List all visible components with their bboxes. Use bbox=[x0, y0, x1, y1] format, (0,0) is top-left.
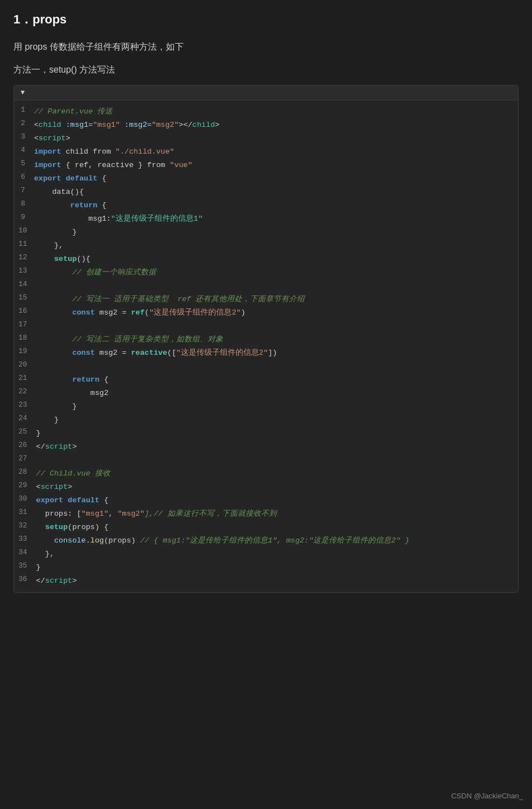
table-row: 7 data(){ bbox=[14, 185, 518, 199]
table-row: 33 console.log(props) // { msg1:"这是传给子组件… bbox=[14, 534, 518, 548]
line-content: // Parent.vue 传送 bbox=[34, 106, 113, 118]
table-row: 19 const msg2 = reactive(["这是传级子组件的信息2"]… bbox=[14, 346, 518, 360]
code-block-body: 1// Parent.vue 传送2<child :msg1="msg1" :m… bbox=[14, 101, 518, 592]
line-number: 29 bbox=[14, 481, 36, 489]
line-number: 34 bbox=[14, 548, 36, 556]
table-row: 3<script> bbox=[14, 132, 518, 145]
table-row: 28// Child.vue 接收 bbox=[14, 467, 518, 480]
line-content: import { ref, reactive } from "vue" bbox=[34, 159, 193, 172]
line-number: 18 bbox=[14, 334, 36, 342]
line-number: 10 bbox=[14, 226, 36, 235]
method-title: 方法一，setup() 方法写法 bbox=[13, 64, 519, 76]
collapse-arrow-icon: ▼ bbox=[21, 89, 25, 97]
line-number: 21 bbox=[14, 374, 36, 382]
line-content: import child from "./child.vue" bbox=[34, 146, 174, 158]
table-row: 13 // 创建一个响应式数据 bbox=[14, 266, 518, 279]
line-number: 19 bbox=[14, 347, 36, 355]
line-content: <script> bbox=[36, 481, 73, 493]
line-number: 5 bbox=[14, 159, 34, 168]
line-number: 11 bbox=[14, 240, 36, 248]
table-row: 29<script> bbox=[14, 480, 518, 494]
line-number: 14 bbox=[14, 280, 36, 288]
line-content: console.log(props) // { msg1:"这是传给子组件的信息… bbox=[36, 535, 410, 547]
line-number: 33 bbox=[14, 535, 36, 543]
table-row: 20 bbox=[14, 360, 518, 373]
table-row: 9 msg1:"这是传级子组件的信息1" bbox=[14, 212, 518, 226]
line-number: 8 bbox=[14, 199, 34, 208]
line-content: } bbox=[36, 427, 41, 440]
table-row: 22 msg2 bbox=[14, 387, 518, 400]
line-number: 3 bbox=[14, 132, 34, 141]
line-content: setup(){ bbox=[36, 253, 90, 265]
table-row: 17 bbox=[14, 320, 518, 333]
line-content: }, bbox=[36, 240, 64, 252]
table-row: 35} bbox=[14, 561, 518, 574]
line-number: 25 bbox=[14, 427, 36, 436]
line-content bbox=[36, 280, 41, 292]
line-number: 23 bbox=[14, 401, 36, 409]
table-row: 30export default { bbox=[14, 494, 518, 507]
line-number: 15 bbox=[14, 293, 36, 302]
line-number: 6 bbox=[14, 173, 34, 181]
line-content: return { bbox=[36, 374, 109, 386]
line-content: // 创建一个响应式数据 bbox=[36, 267, 156, 279]
line-number: 2 bbox=[14, 119, 34, 127]
table-row: 12 setup(){ bbox=[14, 253, 518, 266]
line-content: // 写法二 适用于复杂类型，如数组、对象 bbox=[36, 334, 223, 346]
line-number: 16 bbox=[14, 307, 36, 315]
table-row: 16 const msg2 = ref("这是传级子组件的信息2") bbox=[14, 306, 518, 320]
line-content: data(){ bbox=[34, 186, 84, 198]
line-content: const msg2 = ref("这是传级子组件的信息2") bbox=[36, 307, 246, 319]
table-row: 2<child :msg1="msg1" :msg2="msg2"></chil… bbox=[14, 118, 518, 132]
line-number: 12 bbox=[14, 253, 36, 261]
line-number: 1 bbox=[14, 106, 34, 114]
line-number: 36 bbox=[14, 575, 36, 583]
line-content: // 写法一 适用于基础类型 ref 还有其他用处，下面章节有介绍 bbox=[36, 293, 305, 306]
table-row: 23 } bbox=[14, 400, 518, 413]
section-title: 1．props bbox=[13, 11, 519, 28]
line-content: }, bbox=[36, 548, 54, 560]
line-content: <script> bbox=[34, 132, 70, 145]
line-number: 4 bbox=[14, 146, 34, 154]
table-row: 26</script> bbox=[14, 440, 518, 454]
line-content: } bbox=[36, 226, 77, 239]
line-content: } bbox=[36, 561, 41, 574]
table-row: 1// Parent.vue 传送 bbox=[14, 105, 518, 118]
table-row: 5import { ref, reactive } from "vue" bbox=[14, 159, 518, 172]
line-content bbox=[36, 320, 41, 332]
line-content: export default { bbox=[34, 173, 107, 185]
code-block: ▼ 1// Parent.vue 传送2<child :msg1="msg1" … bbox=[13, 85, 519, 593]
line-number: 17 bbox=[14, 320, 36, 329]
line-content: <child :msg1="msg1" :msg2="msg2"></child… bbox=[34, 119, 219, 131]
table-row: 4import child from "./child.vue" bbox=[14, 145, 518, 159]
line-content bbox=[36, 454, 41, 467]
line-number: 22 bbox=[14, 387, 36, 396]
line-content: const msg2 = reactive(["这是传级子组件的信息2"]) bbox=[36, 347, 277, 359]
table-row: 36</script> bbox=[14, 574, 518, 588]
line-content: setup(props) { bbox=[36, 521, 109, 534]
table-row: 10 } bbox=[14, 226, 518, 239]
line-number: 13 bbox=[14, 267, 36, 275]
table-row: 32 setup(props) { bbox=[14, 521, 518, 534]
code-block-header[interactable]: ▼ bbox=[14, 85, 518, 101]
section-desc: 用 props 传数据给子组件有两种方法，如下 bbox=[13, 41, 519, 53]
table-row: 27 bbox=[14, 454, 518, 467]
line-number: 7 bbox=[14, 186, 34, 194]
line-number: 20 bbox=[14, 360, 36, 369]
line-content: // Child.vue 接收 bbox=[36, 468, 111, 480]
page-container: 1．props 用 props 传数据给子组件有两种方法，如下 方法一，setu… bbox=[0, 0, 532, 613]
line-number: 27 bbox=[14, 454, 36, 463]
line-content: return { bbox=[34, 199, 107, 212]
line-content: msg2 bbox=[36, 387, 109, 399]
line-number: 9 bbox=[14, 213, 34, 221]
line-number: 35 bbox=[14, 561, 36, 570]
table-row: 14 bbox=[14, 279, 518, 293]
line-content: } bbox=[36, 401, 77, 413]
line-number: 32 bbox=[14, 521, 36, 530]
table-row: 24 } bbox=[14, 413, 518, 427]
line-content: props: ["msg1", "msg2"],// 如果这行不写，下面就接收不… bbox=[36, 508, 277, 520]
line-content: msg1:"这是传级子组件的信息1" bbox=[34, 213, 203, 225]
table-row: 6export default { bbox=[14, 172, 518, 185]
line-number: 31 bbox=[14, 508, 36, 516]
line-content bbox=[36, 360, 41, 373]
